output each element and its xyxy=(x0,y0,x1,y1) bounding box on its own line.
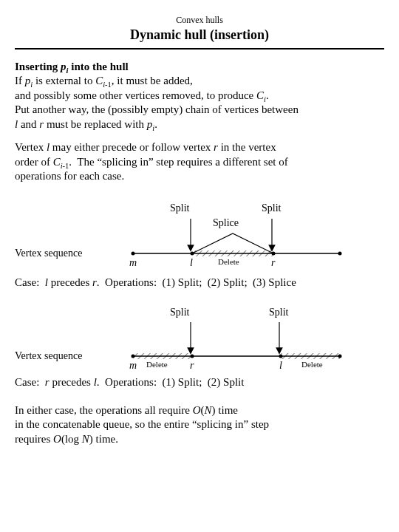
fig1-split-right-label: Split xyxy=(262,202,281,215)
fig2-m-label: m xyxy=(129,359,137,372)
paragraph-3: In either case, the operations all requi… xyxy=(15,403,384,447)
fig2-delete-left-label: Delete xyxy=(146,359,168,369)
fig2-split-left-label: Split xyxy=(170,306,189,319)
svg-point-12 xyxy=(132,355,135,358)
figure-2: Split Split Vertex sequence m Delete r l… xyxy=(15,300,384,374)
paragraph-1: If pi is external to Ci-1, it must be ad… xyxy=(15,74,384,132)
svg-point-14 xyxy=(279,355,283,358)
svg-point-15 xyxy=(338,355,342,358)
paragraph-2: Vertex l may either precede or follow ve… xyxy=(15,140,384,184)
figure-1-svg xyxy=(15,193,384,274)
fig1-m-label: m xyxy=(129,256,137,270)
fig1-l-label: l xyxy=(190,256,193,270)
page-title: Dynamic hull (insertion) xyxy=(15,27,384,44)
figure-1: Split Split Splice Vertex sequence m l D… xyxy=(15,193,384,274)
case-2-line: Case: r precedes l. Operations: (1) Spli… xyxy=(15,375,384,390)
supertitle: Convex hulls xyxy=(15,15,384,27)
fig2-split-right-label: Split xyxy=(269,306,288,319)
fig1-r-label: r xyxy=(271,256,275,270)
fig2-r-label: r xyxy=(190,359,194,372)
fig1-splice-label: Splice xyxy=(213,216,239,230)
svg-point-6 xyxy=(338,251,342,255)
fig1-split-left-label: Split xyxy=(170,202,189,215)
fig2-vertex-sequence-label: Vertex sequence xyxy=(15,349,82,363)
section-heading: Inserting pi into the hull xyxy=(15,60,384,75)
fig2-delete-right-label: Delete xyxy=(301,359,323,369)
fig1-vertex-sequence-label: Vertex sequence xyxy=(15,247,82,260)
title-rule xyxy=(15,48,384,50)
fig2-l-label: l xyxy=(279,359,282,372)
svg-point-13 xyxy=(191,355,194,358)
fig1-delete-label: Delete xyxy=(218,256,239,267)
svg-point-3 xyxy=(132,251,135,255)
case-1-line: Case: l precedes r. Operations: (1) Spli… xyxy=(15,276,384,290)
